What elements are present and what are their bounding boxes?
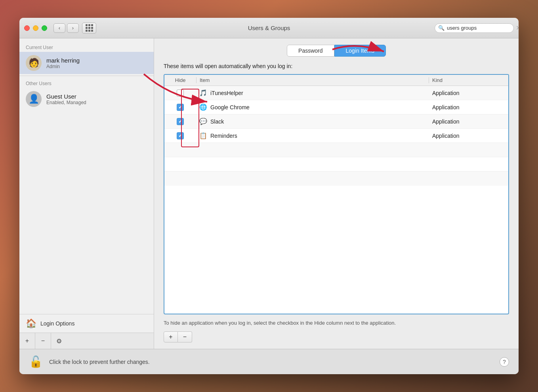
table-row-empty: [164, 171, 508, 186]
grid-button[interactable]: [82, 23, 96, 34]
remove-user-button[interactable]: −: [35, 333, 51, 349]
search-clear-button[interactable]: ✕: [516, 25, 519, 31]
cell-item-3: 📋 Reminders: [196, 132, 429, 140]
cell-item-0: 🎵 iTunesHelper: [196, 89, 429, 97]
add-item-button[interactable]: +: [164, 331, 178, 343]
current-user-info: mark herring Admin: [46, 57, 80, 69]
other-users-label: Other Users: [19, 78, 154, 88]
close-button[interactable]: [24, 25, 30, 31]
app-name-0: iTunesHelper: [210, 90, 243, 96]
avatar-guest: 👤: [26, 91, 42, 107]
checkbox-1[interactable]: [177, 104, 184, 111]
maximize-button[interactable]: [42, 25, 47, 31]
search-icon: 🔍: [438, 25, 445, 31]
add-user-button[interactable]: +: [19, 333, 35, 349]
login-options-item[interactable]: 🏠 Login Options: [19, 314, 154, 333]
help-button[interactable]: ?: [500, 357, 509, 367]
traffic-lights: [24, 25, 47, 31]
cell-item-2: 💬 Slack: [196, 118, 429, 126]
cell-hide-1: [164, 104, 196, 111]
col-header-item: Item: [197, 77, 429, 83]
cell-kind-2: Application: [429, 118, 508, 125]
cell-kind-0: Application: [429, 90, 508, 96]
table-row-empty: [164, 157, 508, 171]
guest-user-role: Enabled, Managed: [46, 100, 86, 105]
sidebar-divider: [19, 76, 154, 76]
current-user-name: mark herring: [46, 57, 80, 64]
cell-kind-3: Application: [429, 133, 508, 139]
table-row[interactable]: 💬 Slack Application: [164, 114, 508, 129]
cell-kind-1: Application: [429, 104, 508, 110]
sidebar: Current User 🧑 mark herring Admin Other …: [19, 38, 154, 349]
avatar-mark: 🧑: [26, 55, 42, 71]
forward-button[interactable]: ›: [67, 23, 79, 33]
login-options-label: Login Options: [40, 320, 74, 327]
app-name-3: Reminders: [210, 133, 237, 139]
cell-item-1: 🌐 Google Chrome: [196, 103, 429, 111]
search-input[interactable]: [447, 25, 513, 31]
app-name-2: Slack: [210, 118, 224, 125]
bottom-bar: 🔓 Click the lock to prevent further chan…: [19, 349, 519, 374]
table-row[interactable]: 📋 Reminders Application: [164, 129, 508, 143]
back-button[interactable]: ‹: [53, 23, 65, 33]
current-user-label: Current User: [19, 42, 154, 52]
cell-hide-3: [164, 132, 196, 139]
table-header: Hide Item Kind: [164, 75, 508, 86]
app-icon-1: 🌐: [199, 103, 207, 111]
add-remove-bar: + −: [164, 331, 509, 343]
guest-user-name: Guest User: [46, 93, 86, 100]
titlebar: ‹ › Users & Groups 🔍 ✕: [19, 18, 519, 38]
checkbox-3[interactable]: [177, 132, 184, 139]
login-items-table: Hide Item Kind: [164, 74, 509, 314]
col-header-kind: Kind: [429, 77, 508, 83]
cell-hide-2: [164, 118, 196, 125]
lock-text: Click the lock to prevent further change…: [49, 359, 150, 365]
app-icon-0: 🎵: [199, 89, 207, 97]
tab-bar: Password Login Items: [287, 45, 386, 57]
hint-text: To hide an application when you log in, …: [164, 319, 509, 327]
window-title: Users & Groups: [248, 25, 290, 31]
sidebar-item-guest[interactable]: 👤 Guest User Enabled, Managed: [19, 88, 154, 110]
table-row[interactable]: 🌐 Google Chrome Application: [164, 100, 508, 114]
settings-button[interactable]: ⚙: [51, 333, 67, 349]
table-row-empty: [164, 143, 508, 157]
content-area: Current User 🧑 mark herring Admin Other …: [19, 38, 519, 349]
remove-item-button[interactable]: −: [178, 331, 192, 343]
search-box[interactable]: 🔍 ✕: [435, 23, 514, 33]
guest-user-info: Guest User Enabled, Managed: [46, 93, 86, 105]
grid-icon: [86, 24, 93, 32]
table-body: 🎵 iTunesHelper Application: [164, 86, 508, 314]
current-user-role: Admin: [46, 64, 80, 69]
col-header-hide: Hide: [164, 77, 196, 83]
minimize-button[interactable]: [33, 25, 38, 31]
app-name-1: Google Chrome: [210, 104, 250, 110]
main-panel: Password Login Items These items will op…: [154, 38, 519, 349]
description-text: These items will open automatically when…: [164, 63, 509, 69]
lock-icon[interactable]: 🔓: [29, 355, 43, 368]
sidebar-item-mark-herring[interactable]: 🧑 mark herring Admin: [19, 52, 154, 74]
home-icon: 🏠: [26, 318, 36, 329]
nav-buttons: ‹ ›: [53, 23, 79, 33]
sidebar-list: Current User 🧑 mark herring Admin Other …: [19, 38, 154, 314]
cell-hide-0: [164, 89, 196, 97]
window: ‹ › Users & Groups 🔍 ✕ Current User 🧑: [19, 18, 519, 374]
checkbox-0[interactable]: [177, 89, 184, 97]
app-icon-3: 📋: [199, 132, 207, 140]
app-icon-2: 💬: [199, 118, 207, 126]
sidebar-toolbar: + − ⚙: [19, 333, 154, 349]
tab-password[interactable]: Password: [287, 45, 334, 57]
checkbox-2[interactable]: [177, 118, 184, 125]
tab-login-items[interactable]: Login Items: [334, 45, 386, 57]
table-row[interactable]: 🎵 iTunesHelper Application: [164, 86, 508, 100]
